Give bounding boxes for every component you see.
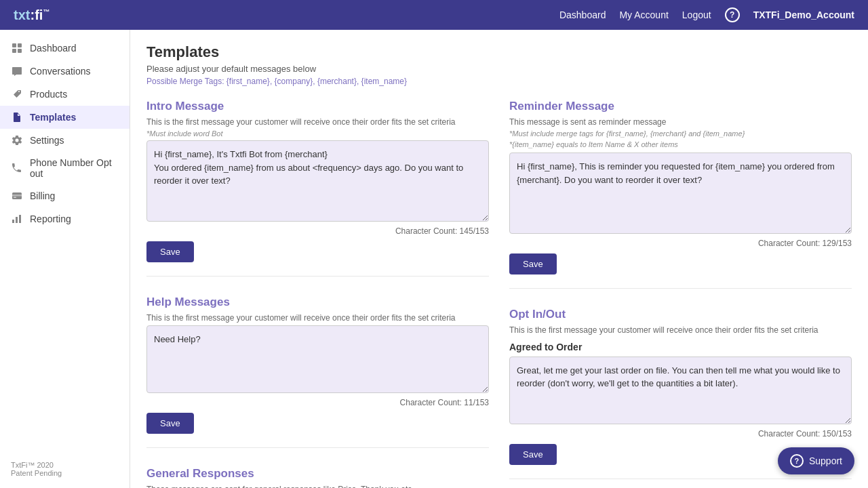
sidebar-item-settings[interactable]: Settings <box>0 129 130 152</box>
gear-icon <box>11 134 23 146</box>
opt-in-char-count: Character Count: 150/153 <box>509 429 852 439</box>
reminder-title: Reminder Message <box>509 100 852 113</box>
sidebar-item-reporting[interactable]: Reporting <box>0 207 130 230</box>
intro-desc: This is the first message your customer … <box>146 117 489 127</box>
sidebar-label-billing: Billing <box>30 190 55 201</box>
reminder-desc: This message is sent as reminder message <box>509 117 852 127</box>
svg-rect-9 <box>19 215 21 223</box>
svg-rect-5 <box>12 195 22 197</box>
sidebar-label-templates: Templates <box>30 112 76 123</box>
sidebar-item-conversations[interactable]: Conversations <box>0 60 130 83</box>
reminder-textarea[interactable] <box>509 152 852 234</box>
support-icon: ? <box>790 454 804 468</box>
svg-rect-8 <box>16 217 18 223</box>
opt-in-out-title: Opt In/Out <box>509 308 852 321</box>
sidebar-footer: TxtFi™ 2020 Patent Pending <box>0 450 130 488</box>
bar-chart-icon <box>11 213 23 225</box>
general-title: General Responses <box>146 467 489 481</box>
intro-textarea[interactable] <box>146 140 489 222</box>
account-name: TXTFi_Demo_Account <box>753 9 854 20</box>
sidebar-item-products[interactable]: Products <box>0 83 130 106</box>
nav-links: Dashboard My Account Logout ? TXTFi_Demo… <box>559 7 854 22</box>
page-subtitle: Please adjust your default messages belo… <box>146 64 852 74</box>
intro-section: Intro Message This is the first message … <box>146 100 489 277</box>
logo: txt:fi™ <box>14 7 50 23</box>
my-account-link[interactable]: My Account <box>619 9 668 20</box>
help-desc: This is the first message your customer … <box>146 313 489 323</box>
svg-rect-1 <box>18 43 22 47</box>
footer-line1: TxtFi™ 2020 <box>11 461 119 469</box>
help-icon[interactable]: ? <box>725 7 740 22</box>
card-icon <box>11 190 23 202</box>
help-char-count: Character Count: 11/153 <box>146 398 489 407</box>
support-label: Support <box>809 455 842 466</box>
general-section: General Responses These messages are sen… <box>146 467 489 489</box>
reminder-note: *Must include merge tags for {first_name… <box>509 129 852 138</box>
left-column: Intro Message This is the first message … <box>146 100 489 488</box>
intro-char-count: Character Count: 145/153 <box>146 226 489 236</box>
page-title: Templates <box>146 43 852 61</box>
help-title: Help Messages <box>146 296 489 309</box>
reminder-section: Reminder Message This message is sent as… <box>509 100 852 289</box>
footer-line2: Patent Pending <box>11 469 119 477</box>
sidebar-label-reporting: Reporting <box>30 214 71 224</box>
chat-icon <box>11 65 23 77</box>
support-button[interactable]: ? Support <box>778 447 854 474</box>
sidebar-item-templates[interactable]: Templates <box>0 106 130 129</box>
templates-grid: Intro Message This is the first message … <box>146 100 852 488</box>
sidebar-label-products: Products <box>30 89 67 100</box>
file-icon <box>11 111 23 123</box>
tag-icon <box>11 88 23 100</box>
intro-note: *Must include word Bot <box>146 129 489 138</box>
sidebar-label-settings: Settings <box>30 135 64 146</box>
opt-in-out-desc: This is the first message your customer … <box>509 325 852 335</box>
help-section: Help Messages This is the first message … <box>146 296 489 448</box>
reminder-save-button[interactable]: Save <box>509 253 557 274</box>
phone-icon <box>11 162 23 174</box>
svg-rect-7 <box>12 220 14 223</box>
svg-rect-3 <box>18 49 22 53</box>
svg-rect-2 <box>12 49 16 53</box>
dashboard-link[interactable]: Dashboard <box>559 9 606 20</box>
main-content: Templates Please adjust your default mes… <box>130 30 868 488</box>
intro-save-button[interactable]: Save <box>146 241 194 262</box>
svg-rect-0 <box>12 43 16 47</box>
sidebar-item-billing[interactable]: Billing <box>0 184 130 207</box>
top-navigation: txt:fi™ Dashboard My Account Logout ? TX… <box>0 0 868 30</box>
svg-rect-6 <box>14 197 16 199</box>
right-column: Reminder Message This message is sent as… <box>509 100 852 488</box>
sidebar: Dashboard Conversations Products Templat… <box>0 30 130 488</box>
sidebar-label-conversations: Conversations <box>30 66 91 77</box>
sidebar-item-phone-opt-out[interactable]: Phone Number Opt out <box>0 152 130 184</box>
sidebar-item-dashboard[interactable]: Dashboard <box>0 37 130 60</box>
sidebar-label-phone-opt-out: Phone Number Opt out <box>30 157 119 179</box>
intro-title: Intro Message <box>146 100 489 113</box>
opt-in-save-button[interactable]: Save <box>509 444 557 465</box>
help-save-button[interactable]: Save <box>146 413 194 434</box>
sidebar-label-dashboard: Dashboard <box>30 43 77 54</box>
help-textarea[interactable] <box>146 325 489 393</box>
general-desc: These messages are sent for general resp… <box>146 485 489 489</box>
reminder-note2: *{item_name} equals to Item Name & X oth… <box>509 140 852 148</box>
logout-link[interactable]: Logout <box>682 9 711 20</box>
merge-tags-hint: Possible Merge Tags: {first_name}, {comp… <box>146 77 852 86</box>
reminder-char-count: Character Count: 129/153 <box>509 239 852 248</box>
agreed-order-textarea[interactable] <box>509 357 852 424</box>
agreed-order-heading: Agreed to Order <box>509 342 852 352</box>
grid-icon <box>11 42 23 54</box>
